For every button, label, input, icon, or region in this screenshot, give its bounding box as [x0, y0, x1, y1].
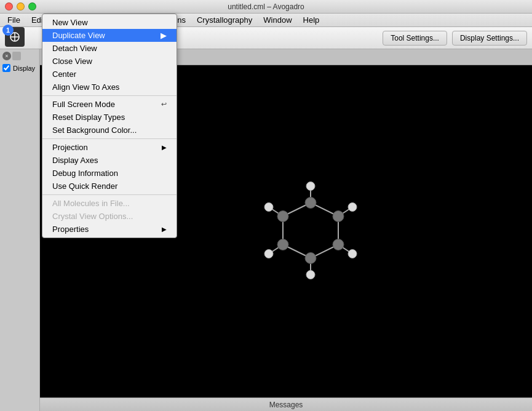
minimize-button[interactable] — [17, 2, 25, 10]
duplicate-view-arrow: ▶ — [161, 31, 167, 40]
menu-reset-display[interactable]: Reset Display Types — [42, 111, 177, 124]
center-label: Center — [52, 70, 76, 79]
properties-label: Properties — [52, 225, 89, 234]
detach-view-label: Detach View — [52, 44, 97, 53]
menu-debug-info[interactable]: Debug Information — [42, 167, 177, 180]
crystal-view-label: Crystal View Options... — [52, 212, 133, 221]
display-axes-label: Display Axes — [52, 156, 98, 165]
view-dropdown-menu: New View Duplicate View ▶ Detach View Cl… — [42, 14, 177, 238]
title-bar: untitled.cml – Avogadro — [0, 0, 532, 14]
menu-quick-render[interactable]: Use Quick Render — [42, 180, 177, 193]
display-settings-button[interactable]: Display Settings... — [452, 31, 527, 46]
window-title: untitled.cml – Avogadro — [228, 2, 304, 11]
svg-point-17 — [333, 239, 344, 250]
duplicate-view-label: Duplicate View — [52, 31, 105, 40]
menu-new-view[interactable]: New View — [42, 16, 177, 29]
svg-point-20 — [277, 211, 288, 222]
display-checkbox-row: Display — [2, 64, 37, 72]
display-label: Display — [13, 65, 35, 72]
projection-label: Projection — [52, 143, 88, 152]
molecule-display — [249, 169, 372, 294]
separator-1 — [42, 95, 177, 96]
svg-point-24 — [306, 271, 315, 279]
molecule-svg — [249, 169, 372, 292]
svg-point-19 — [277, 239, 288, 250]
messages-label: Messages — [269, 401, 303, 409]
tool-settings-button[interactable]: Tool Settings... — [383, 31, 447, 46]
svg-point-26 — [264, 203, 273, 212]
display-checkbox[interactable] — [2, 64, 10, 72]
debug-info-label: Debug Information — [52, 169, 118, 178]
menu-close-view[interactable]: Close View — [42, 55, 177, 68]
separator-3 — [42, 194, 177, 195]
menu-properties[interactable]: Properties ▶ — [42, 223, 177, 236]
tool-icons: 1 — [5, 27, 27, 49]
properties-arrow: ▶ — [162, 226, 167, 233]
menu-set-background[interactable]: Set Background Color... — [42, 124, 177, 137]
separator-2 — [42, 138, 177, 139]
menu-projection[interactable]: Projection ▶ — [42, 141, 177, 154]
close-button[interactable] — [5, 2, 13, 10]
svg-point-16 — [333, 211, 344, 222]
step1-indicator: 1 — [2, 25, 14, 36]
quick-render-label: Use Quick Render — [52, 182, 117, 191]
menu-window[interactable]: Window — [258, 14, 296, 26]
menu-all-molecules: All Molecules in File... — [42, 197, 177, 210]
menu-display-axes[interactable]: Display Axes — [42, 154, 177, 167]
new-view-label: New View — [52, 18, 88, 27]
svg-point-18 — [305, 253, 316, 264]
menu-help[interactable]: Help — [298, 14, 325, 26]
svg-point-21 — [306, 182, 315, 191]
menu-detach-view[interactable]: Detach View — [42, 42, 177, 55]
close-view-label: Close View — [52, 57, 92, 66]
window-controls — [5, 2, 36, 10]
messages-bar: Messages — [40, 397, 532, 411]
svg-point-15 — [305, 198, 316, 209]
svg-point-22 — [348, 203, 357, 212]
menu-full-screen[interactable]: Full Screen Mode ↩ — [42, 98, 177, 111]
set-background-label: Set Background Color... — [52, 126, 137, 135]
menu-crystallography[interactable]: Crystallography — [192, 14, 257, 26]
menu-align-view[interactable]: Align View To Axes — [42, 81, 177, 94]
projection-arrow: ▶ — [162, 144, 167, 151]
menu-duplicate-view[interactable]: Duplicate View ▶ — [42, 29, 177, 42]
full-screen-shortcut: ↩ — [161, 100, 167, 108]
sidebar: × Display — [0, 49, 40, 411]
svg-point-25 — [264, 250, 273, 258]
full-screen-label: Full Screen Mode — [52, 100, 115, 109]
menu-crystal-view: Crystal View Options... — [42, 210, 177, 223]
align-view-label: Align View To Axes — [52, 82, 119, 92]
svg-point-23 — [348, 250, 357, 258]
menu-file[interactable]: File — [2, 14, 25, 26]
reset-display-label: Reset Display Types — [52, 113, 125, 122]
maximize-button[interactable] — [28, 2, 36, 10]
menu-center[interactable]: Center — [42, 68, 177, 81]
all-molecules-label: All Molecules in File... — [52, 199, 130, 208]
